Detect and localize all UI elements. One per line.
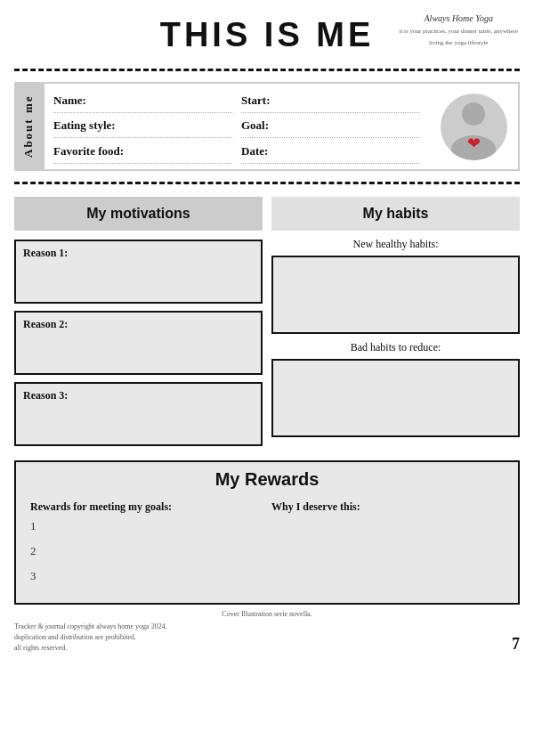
reason-3-label: Reason 3: [23, 389, 254, 402]
reason-1-box[interactable]: Reason 1: [14, 240, 263, 304]
rewards-goals-label: Rewards for meeting my goals: [30, 500, 263, 514]
reward-item-2[interactable]: 2 [30, 544, 263, 558]
motivations-header: My motivations [14, 197, 263, 231]
new-habits-label: New healthy habits: [271, 238, 520, 251]
about-me-fields: Name: Start: Eating style: Goal: Favorit… [44, 84, 429, 169]
name-field: Name: [53, 89, 232, 113]
rewards-deserve-label: Why I deserve this: [271, 500, 504, 514]
main-content: My motivations Reason 1: Reason 2: Reaso… [14, 197, 520, 453]
favorite-food-field: Favorite food: [53, 140, 232, 164]
new-habits-box[interactable] [271, 256, 520, 334]
habits-column: My habits New healthy habits: Bad habits… [271, 197, 520, 453]
page-footer: Tracker & journal copyright always home … [14, 622, 520, 654]
rewards-body: Rewards for meeting my goals: 1 2 3 Why … [16, 497, 518, 594]
avatar: ❤ [441, 93, 507, 160]
page-header: THIS IS ME Always Home Yoga it is your p… [0, 0, 534, 63]
reason-1-label: Reason 1: [23, 247, 254, 260]
reason-2-box[interactable]: Reason 2: [14, 311, 263, 375]
goal-field: Goal: [241, 115, 420, 139]
heart-icon: ❤ [467, 134, 481, 153]
rewards-title: My Rewards [16, 462, 518, 497]
bad-habits-label: Bad habits to reduce: [271, 341, 520, 354]
page-number: 7 [512, 635, 520, 654]
reason-3-box[interactable]: Reason 3: [14, 382, 263, 446]
avatar-container: ❤ [429, 84, 518, 169]
cover-label: Cover Illustration serie novella. [14, 610, 520, 618]
reward-item-3[interactable]: 3 [30, 569, 263, 583]
bad-habits-box[interactable] [271, 359, 520, 437]
about-me-section: About me Name: Start: Eating style: Goal… [14, 82, 520, 171]
rewards-right: Why I deserve this: [271, 500, 504, 594]
bottom-dashed-divider [14, 182, 520, 184]
copyright-text: Tracker & journal copyright always home … [14, 622, 167, 654]
rewards-left: Rewards for meeting my goals: 1 2 3 [30, 500, 263, 594]
top-dashed-divider [14, 69, 520, 71]
rewards-section: My Rewards Rewards for meeting my goals:… [14, 460, 520, 605]
about-me-label: About me [16, 84, 44, 169]
habits-header: My habits [271, 197, 520, 231]
reward-item-1[interactable]: 1 [30, 519, 263, 533]
date-field: Date: [241, 140, 420, 164]
start-field: Start: [241, 89, 420, 113]
reason-2-label: Reason 2: [23, 318, 254, 331]
brand-logo: Always Home Yoga it is your practices, y… [399, 12, 518, 47]
avatar-head [462, 102, 485, 126]
eating-style-field: Eating style: [53, 115, 232, 139]
motivations-column: My motivations Reason 1: Reason 2: Reaso… [14, 197, 263, 453]
